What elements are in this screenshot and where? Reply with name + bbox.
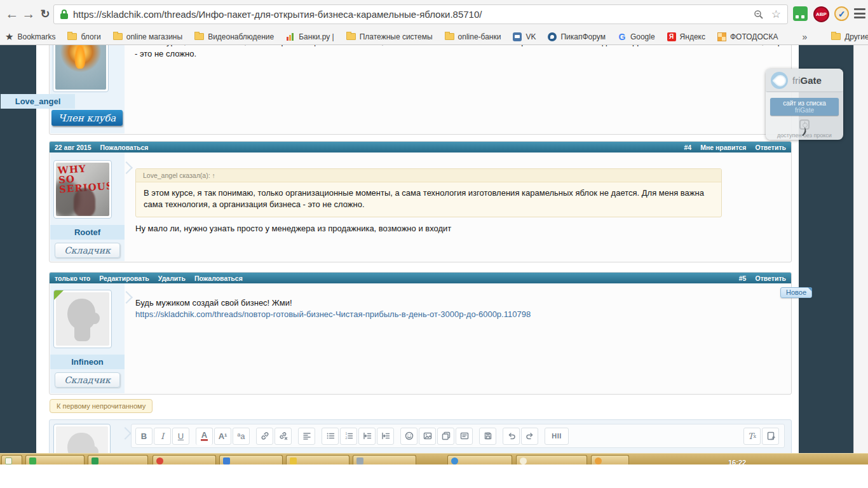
insert-image-button[interactable]	[419, 428, 436, 445]
forward-icon[interactable]: →	[20, 6, 37, 22]
bold-button[interactable]: B	[135, 428, 153, 445]
post-4-like-link[interactable]: Мне нравится	[700, 144, 746, 151]
bookmark-online-magaziny[interactable]: online магазины	[113, 32, 182, 41]
vk-favicon	[513, 32, 522, 41]
alignment-button[interactable]	[298, 428, 315, 445]
save-draft-button[interactable]	[479, 428, 496, 445]
frigate-header: friGate	[766, 69, 843, 92]
current-user-avatar	[53, 424, 111, 454]
post-5-delete-link[interactable]: Удалить	[158, 274, 186, 282]
taskbar-button[interactable]	[25, 455, 85, 464]
redo-button[interactable]	[521, 428, 538, 445]
google-favicon: G	[618, 32, 627, 41]
post-4-date-link[interactable]: 22 авг 2015	[55, 144, 92, 151]
bookmarks-label[interactable]: ★ Bookmarks	[5, 31, 55, 43]
bookmarks-overflow-chevron[interactable]: »	[802, 32, 807, 42]
outdent-icon	[362, 431, 372, 441]
bookmark-fotodoska[interactable]: ФОТОДОСКА	[717, 32, 778, 41]
indent-button[interactable]	[377, 428, 394, 445]
remove-link-button[interactable]	[275, 428, 292, 445]
bookmark-vk[interactable]: VK	[513, 32, 536, 41]
avatar-rootef[interactable]: WHY SO SERIOUS?	[53, 160, 112, 219]
insert-link-button[interactable]	[256, 428, 273, 445]
smiley-button[interactable]	[400, 428, 417, 445]
insert-media-button[interactable]	[437, 428, 454, 445]
taskbar-button[interactable]	[447, 455, 512, 464]
username-rootef[interactable]: Rootef	[50, 225, 125, 240]
font-size-button[interactable]: A¹	[214, 428, 231, 445]
post-5-edit-link[interactable]: Редактировать	[99, 274, 149, 282]
post-4-report-link[interactable]: Пожаловаться	[100, 144, 149, 151]
address-bar[interactable]: https://skladchik.com/threads/Инфо-пакет…	[53, 4, 788, 24]
bookmark-star-icon[interactable]: ☆	[771, 8, 781, 21]
insert-quote-button[interactable]	[456, 428, 473, 445]
banki-favicon	[286, 32, 295, 41]
taskbar-button[interactable]	[591, 455, 629, 464]
post-5-report-link[interactable]: Пожаловаться	[194, 274, 243, 282]
bookmark-online-banki[interactable]: online-банки	[445, 32, 501, 41]
bookmark-videonablyudenie[interactable]: Видеонаблюдение	[194, 32, 274, 41]
back-icon[interactable]: ←	[4, 6, 20, 22]
adblock-extension-icon[interactable]: ABP	[813, 6, 829, 22]
italic-button[interactable]: I	[154, 428, 171, 445]
bbcode-toggle-button[interactable]	[762, 428, 779, 445]
post-4-header: 22 авг 2015 Пожаловаться #4 Мне нравится…	[50, 142, 791, 152]
roboform-extension-icon[interactable]	[793, 6, 808, 21]
bookmark-platezhnye-sistemy[interactable]: Платежные системы	[346, 32, 433, 41]
quote-text: В этом курсе, я так понимаю, только орга…	[136, 182, 721, 217]
url-text[interactable]: https://skladchik.com/threads/Инфо-пакет…	[73, 9, 754, 20]
image-icon	[423, 431, 433, 441]
bookmark-banki-ru[interactable]: Банки.ру |	[286, 32, 334, 41]
other-bookmarks-folder[interactable]: Другие закладки	[831, 32, 868, 41]
bookmark-blogi[interactable]: блоги	[67, 32, 100, 41]
bullet-list-icon	[325, 431, 336, 441]
outdent-button[interactable]	[358, 428, 376, 445]
undo-icon	[506, 431, 517, 441]
frigate-site-list-button[interactable]: сайт из списка friGate	[770, 98, 839, 116]
username-infineon[interactable]: Infineon	[50, 355, 125, 369]
bookmark-pikapforum[interactable]: ПикапФорум	[548, 32, 605, 41]
online-indicator-icon	[54, 290, 64, 300]
zoom-indicator-icon[interactable]	[754, 10, 764, 20]
align-left-icon	[302, 431, 312, 441]
font-color-button[interactable]: A	[196, 428, 213, 445]
skladchik-badge: Складчик	[55, 372, 120, 388]
post-5-link[interactable]: https://skladchik.com/threads/повтор-гот…	[135, 309, 764, 320]
post-4-number-link[interactable]: #4	[684, 144, 691, 151]
browser-scrollbar[interactable]	[853, 45, 868, 454]
numbered-list-button[interactable]: 12	[340, 428, 357, 445]
underline-button[interactable]: U	[172, 428, 189, 445]
taskbar-button[interactable]	[1, 455, 22, 464]
quote-header-link[interactable]: Love_angel сказал(а): ↑	[136, 169, 721, 182]
svg-text:2: 2	[345, 436, 347, 440]
undo-button[interactable]	[503, 428, 520, 445]
bookmark-yandex[interactable]: ЯЯндекс	[667, 32, 705, 41]
chrome-menu-icon[interactable]	[854, 8, 865, 18]
taskbar-button[interactable]	[516, 455, 587, 464]
taskbar-button[interactable]	[88, 455, 148, 464]
first-unread-button[interactable]: К первому непрочитанному	[50, 399, 153, 413]
yandex-favicon: Я	[667, 32, 676, 41]
post-4-reply-link[interactable]: Ответить	[755, 144, 786, 151]
checkmark-extension-icon[interactable]: ✓	[834, 6, 849, 21]
avatar-love-angel[interactable]	[53, 45, 109, 92]
frigate-arrow-icon[interactable]	[800, 126, 809, 139]
indent-icon	[381, 431, 391, 441]
reload-icon[interactable]: ↻	[37, 6, 53, 22]
browser-chrome: ← → ↻ https://skladchik.com/threads/Инфо…	[0, 0, 868, 45]
post-5-time-link[interactable]: только что	[55, 274, 90, 282]
text-case-button[interactable]: ªa	[233, 428, 250, 445]
bookmark-google[interactable]: GGoogle	[618, 32, 655, 41]
post-5-reply-link[interactable]: Ответить	[755, 274, 786, 282]
taskbar-button[interactable]	[219, 455, 283, 464]
remove-format-button[interactable]: Tx	[743, 428, 761, 445]
taskbar-button[interactable]	[353, 455, 416, 464]
avatar-infineon[interactable]	[53, 290, 112, 348]
html-button[interactable]: HII	[545, 428, 569, 445]
https-lock-icon[interactable]	[60, 10, 68, 19]
post-5-number-link[interactable]: #5	[739, 274, 747, 282]
taskbar-button[interactable]	[153, 455, 216, 464]
username-love-angel[interactable]: Love_angel	[1, 94, 75, 109]
bullet-list-button[interactable]	[322, 428, 339, 445]
taskbar-button[interactable]	[286, 455, 349, 464]
